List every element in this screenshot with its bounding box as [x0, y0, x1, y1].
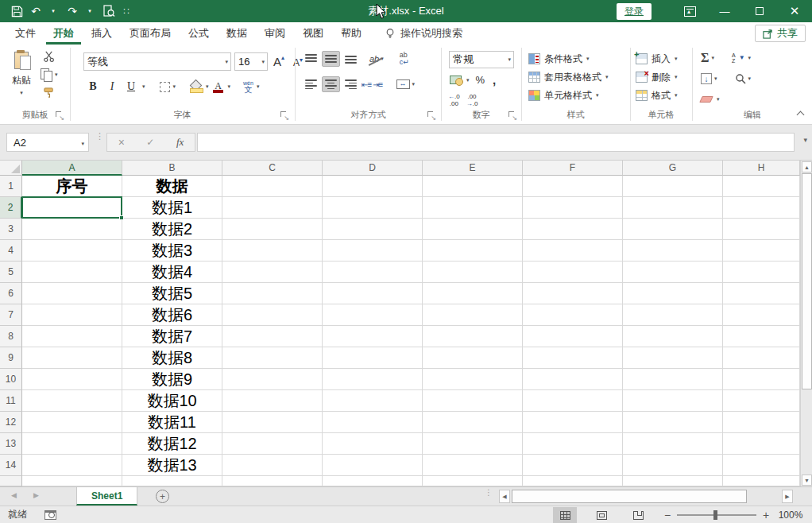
- ribbon-tab-帮助[interactable]: 帮助: [334, 22, 369, 45]
- alignment-dialog-launcher[interactable]: [427, 111, 436, 120]
- underline-button[interactable]: U: [123, 78, 139, 95]
- cell-A3[interactable]: [22, 219, 122, 240]
- cell-E4[interactable]: [423, 240, 523, 262]
- tell-me-search[interactable]: 操作说明搜索: [385, 26, 462, 41]
- cell-F14[interactable]: [523, 455, 623, 476]
- column-header-E[interactable]: E: [423, 161, 523, 176]
- cell-H5[interactable]: [723, 262, 800, 283]
- cancel-button[interactable]: ×: [118, 136, 125, 149]
- cell-D4[interactable]: [323, 240, 423, 262]
- zoom-percentage[interactable]: 100%: [772, 509, 809, 521]
- row-header-5[interactable]: 5: [0, 262, 22, 283]
- cell-A5[interactable]: [22, 262, 122, 283]
- cell-C6[interactable]: [222, 283, 323, 304]
- align-left-button[interactable]: [302, 76, 320, 92]
- cell-B11[interactable]: 数据10: [122, 390, 222, 412]
- cell-D2[interactable]: [323, 197, 423, 219]
- borders-dropdown[interactable]: ▾: [173, 83, 176, 90]
- save-button[interactable]: [8, 2, 25, 21]
- cut-button[interactable]: [40, 51, 58, 63]
- cell-F5[interactable]: [523, 262, 623, 283]
- insert-function-button[interactable]: fx: [176, 136, 184, 149]
- cell-G14[interactable]: [623, 455, 723, 476]
- row-header-6[interactable]: 6: [0, 283, 22, 304]
- enter-button[interactable]: ✓: [146, 137, 154, 148]
- customize-quick-access-button[interactable]: ⸬: [118, 2, 135, 21]
- cell-F2[interactable]: [523, 197, 623, 219]
- font-dialog-launcher[interactable]: [280, 111, 289, 120]
- cell-A13[interactable]: [22, 433, 122, 455]
- percent-style-button[interactable]: %: [476, 74, 485, 86]
- font-name-combo[interactable]: 等线▾: [83, 52, 231, 71]
- cell-C1[interactable]: [222, 176, 323, 197]
- row-header-4[interactable]: 4: [0, 240, 22, 262]
- cell-B1[interactable]: 数据: [122, 176, 222, 197]
- name-box[interactable]: A2 ▾: [6, 133, 89, 152]
- selected-cell-outline[interactable]: [21, 196, 122, 219]
- undo-button[interactable]: ↶: [27, 2, 44, 21]
- cell-F7[interactable]: [523, 304, 623, 326]
- column-header-G[interactable]: G: [623, 161, 723, 176]
- name-box-splitter[interactable]: ⋮: [95, 134, 104, 138]
- cell-B6[interactable]: 数据5: [122, 283, 222, 304]
- cell-H13[interactable]: [723, 433, 800, 455]
- cell-B3[interactable]: 数据2: [122, 219, 222, 240]
- cell-F1[interactable]: [523, 176, 623, 197]
- phonetic-guide-icon[interactable]: wén文: [243, 80, 253, 94]
- cell-A11[interactable]: [22, 390, 122, 412]
- clear-dropdown[interactable]: ▾: [717, 96, 720, 103]
- cell-D5[interactable]: [323, 262, 423, 283]
- cell-D10[interactable]: [323, 369, 423, 390]
- accounting-format-dropdown[interactable]: ▾: [466, 77, 470, 83]
- bottom-align-button[interactable]: [342, 51, 360, 67]
- cell-C14[interactable]: [222, 455, 323, 476]
- cell-H3[interactable]: [723, 219, 800, 240]
- cell-D9[interactable]: [323, 347, 423, 369]
- cell-E12[interactable]: [423, 412, 523, 433]
- cells-删除-button[interactable]: 删除▾: [636, 68, 678, 86]
- column-header-A[interactable]: A: [22, 161, 122, 176]
- align-right-button[interactable]: [342, 76, 360, 92]
- orientation-icon[interactable]: ab: [369, 54, 379, 64]
- maximize-button[interactable]: [742, 0, 777, 22]
- cell-D11[interactable]: [323, 390, 423, 412]
- collapse-ribbon-button[interactable]: [797, 110, 804, 118]
- fill-color-icon[interactable]: [190, 80, 203, 93]
- cell-E6[interactable]: [423, 283, 523, 304]
- cell-E11[interactable]: [423, 390, 523, 412]
- page-layout-view-button[interactable]: [590, 507, 613, 523]
- minimize-button[interactable]: —: [707, 0, 742, 22]
- row-header-1[interactable]: 1: [0, 176, 22, 197]
- sort-filter-dropdown[interactable]: ▾: [748, 55, 752, 61]
- center-button[interactable]: [322, 76, 340, 92]
- cell-A10[interactable]: [22, 369, 122, 390]
- cell-A7[interactable]: [22, 304, 122, 326]
- sign-in-button[interactable]: 登录: [617, 3, 652, 20]
- row-header-11[interactable]: 11: [0, 390, 22, 412]
- cell-G11[interactable]: [623, 390, 723, 412]
- cell-E1[interactable]: [423, 176, 523, 197]
- cell-C9[interactable]: [222, 347, 323, 369]
- comma-style-button[interactable]: ,: [493, 73, 496, 87]
- cell-F11[interactable]: [523, 390, 623, 412]
- cell-H11[interactable]: [723, 390, 800, 412]
- cell-H10[interactable]: [723, 369, 800, 390]
- format-painter-button[interactable]: [40, 87, 58, 99]
- cell-B12[interactable]: 数据11: [122, 412, 222, 433]
- cell-C11[interactable]: [222, 390, 323, 412]
- scroll-up-button[interactable]: ▲: [802, 161, 812, 172]
- cell-B2[interactable]: 数据1: [122, 197, 222, 219]
- sheet-nav-prev-icon[interactable]: ◀: [11, 491, 17, 499]
- row-header-3[interactable]: 3: [0, 219, 22, 240]
- cell-A14[interactable]: [22, 455, 122, 476]
- fill-dropdown[interactable]: ▾: [714, 76, 717, 82]
- wrap-text-button[interactable]: abc↵: [400, 52, 409, 66]
- cell-A8[interactable]: [22, 326, 122, 347]
- select-all-corner[interactable]: [0, 161, 22, 176]
- cell-H7[interactable]: [723, 304, 800, 326]
- close-button[interactable]: ✕: [777, 0, 812, 22]
- expand-formula-bar-button[interactable]: ▾: [803, 136, 807, 144]
- zoom-slider-track[interactable]: [677, 514, 756, 516]
- tab-scrollbar-splitter[interactable]: ⋮: [485, 490, 493, 494]
- cell-E9[interactable]: [423, 347, 523, 369]
